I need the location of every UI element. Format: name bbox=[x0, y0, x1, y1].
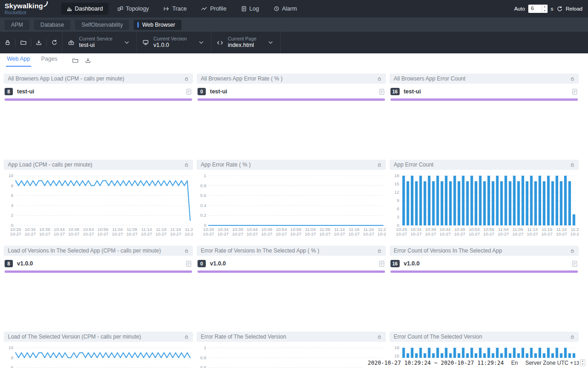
card-title: Load of Versions In The Selected App (CP… bbox=[8, 247, 184, 254]
code-icon bbox=[217, 40, 223, 46]
toolbar-refresh-button[interactable] bbox=[47, 40, 62, 46]
edit-slot-icon[interactable] bbox=[186, 260, 192, 267]
interval-spinner[interactable]: ▲▼ bbox=[542, 5, 548, 13]
monitor-icon bbox=[142, 40, 149, 46]
svg-text:8: 8 bbox=[11, 355, 13, 360]
chevron-down-icon bbox=[124, 40, 129, 45]
chevron-down-icon bbox=[268, 40, 273, 45]
nav-item-dashboard[interactable]: Dashboard bbox=[61, 3, 108, 15]
svg-text:10-27: 10-27 bbox=[571, 231, 579, 236]
card-title: Error Rate of Versions In The Selected A… bbox=[201, 247, 377, 254]
nav-item-trace[interactable]: Trace bbox=[158, 3, 192, 15]
svg-text:10-27: 10-27 bbox=[126, 231, 137, 236]
lock-panel-icon[interactable] bbox=[184, 162, 189, 167]
tab-web-app[interactable]: Web App bbox=[6, 56, 31, 67]
card-5: App Error Count 036912151810:2910-2710:3… bbox=[390, 160, 579, 242]
card-0: All Browsers App Load (CPM - calls per m… bbox=[4, 74, 193, 156]
nav-item-alarm[interactable]: Alarm bbox=[268, 3, 303, 15]
svg-text:10-27: 10-27 bbox=[498, 231, 509, 236]
toolbar-lock-button[interactable] bbox=[0, 40, 15, 46]
group-tab-selfobservability[interactable]: SelfObservability bbox=[75, 20, 129, 30]
slot-label: v1.0.0 bbox=[210, 260, 379, 267]
svg-text:10-27: 10-27 bbox=[156, 231, 167, 236]
card-4: App Error Rate ( % ) 00.20.40.60.8110:29… bbox=[197, 160, 386, 242]
nav-item-profile[interactable]: Profile bbox=[196, 3, 232, 15]
top-navbar: Skywalking Rocketbot Dashboard Topology … bbox=[0, 0, 588, 17]
slot-row: 8 test-ui bbox=[5, 88, 192, 95]
svg-text:10: 10 bbox=[8, 173, 13, 178]
nav-item-log[interactable]: Log bbox=[236, 3, 265, 15]
card-title: App Load (CPM - calls per minute) bbox=[8, 161, 184, 168]
reload-icon[interactable] bbox=[557, 6, 563, 12]
tab-tools bbox=[72, 58, 91, 63]
svg-text:10-27: 10-27 bbox=[54, 231, 65, 236]
card-1: All Browsers App Error Rate ( % ) 0 test… bbox=[197, 74, 386, 156]
edit-slot-icon[interactable] bbox=[379, 88, 385, 95]
lock-panel-icon[interactable] bbox=[184, 334, 189, 339]
lock-panel-icon[interactable] bbox=[377, 334, 382, 339]
dashboard-icon bbox=[67, 6, 72, 12]
tab-import-button[interactable] bbox=[85, 58, 91, 63]
svg-text:10-27: 10-27 bbox=[334, 231, 345, 236]
edit-slot-icon[interactable] bbox=[186, 88, 192, 95]
group-tab-apm[interactable]: APM bbox=[5, 20, 29, 30]
lock-panel-icon[interactable] bbox=[184, 248, 189, 253]
svg-text:10-27: 10-27 bbox=[512, 231, 523, 236]
svg-text:12: 12 bbox=[394, 190, 399, 195]
edit-slot-icon[interactable] bbox=[571, 260, 578, 267]
svg-text:10-27: 10-27 bbox=[440, 231, 451, 236]
lock-panel-icon[interactable] bbox=[377, 162, 382, 167]
card-title: App Error Rate ( % ) bbox=[201, 161, 377, 168]
lock-panel-icon[interactable] bbox=[570, 248, 575, 253]
active-tab-marker bbox=[137, 22, 139, 28]
svg-text:10-27: 10-27 bbox=[97, 231, 108, 236]
selector-current-version[interactable]: Current Version v1.0.0 bbox=[137, 32, 211, 53]
reload-button[interactable]: Reload bbox=[566, 6, 582, 12]
selector-current-page[interactable]: Current Page index.html bbox=[211, 32, 281, 53]
zone-spinner[interactable]: ▲▼ bbox=[580, 359, 585, 366]
app-logo[interactable]: Skywalking Rocketbot bbox=[5, 2, 48, 15]
tab-pages[interactable]: Pages bbox=[40, 56, 58, 67]
tab-folder-button[interactable] bbox=[72, 58, 79, 63]
svg-text:10-27: 10-27 bbox=[261, 231, 272, 236]
svg-text:6: 6 bbox=[11, 193, 13, 198]
svg-text:10-27: 10-27 bbox=[454, 231, 465, 236]
lock-panel-icon[interactable] bbox=[377, 248, 382, 253]
nav-item-topology[interactable]: Topology bbox=[112, 3, 154, 15]
lock-panel-icon[interactable] bbox=[377, 76, 382, 81]
topology-icon bbox=[118, 6, 123, 12]
toolbar-import-button[interactable] bbox=[31, 40, 46, 46]
card-3: App Load (CPM - calls per minute) 024681… bbox=[4, 160, 193, 242]
time-range-picker[interactable]: 2020-10-27 10:29:24 ~ 2020-10-27 11:29:2… bbox=[368, 360, 503, 366]
edit-slot-icon[interactable] bbox=[379, 260, 385, 267]
selector-current-service[interactable]: Current Service test-ui bbox=[62, 32, 137, 53]
lock-panel-icon[interactable] bbox=[184, 76, 189, 81]
card-header: Error Count of The Selected Version bbox=[390, 332, 579, 342]
slot-row: 8 v1.0.0 bbox=[5, 260, 192, 267]
dashboard-content: All Browsers App Load (CPM - calls per m… bbox=[0, 67, 588, 368]
svg-text:10-27: 10-27 bbox=[469, 231, 480, 236]
auto-interval-input[interactable]: 6 ▲▼ bbox=[528, 5, 548, 13]
language-selector[interactable]: En bbox=[511, 360, 518, 366]
chart-canvas: 00.20.40.60.8110:2910-2710:3410-2710:391… bbox=[197, 171, 386, 240]
server-zone-control[interactable]: Server Zone UTC +13 ▲▼ bbox=[525, 359, 585, 366]
edit-slot-icon[interactable] bbox=[571, 88, 578, 95]
slot-progress-bar bbox=[390, 270, 578, 273]
svg-text:0.8: 0.8 bbox=[200, 183, 206, 188]
svg-text:10-27: 10-27 bbox=[527, 231, 538, 236]
main-nav: Dashboard Topology Trace Profile Log Ala… bbox=[61, 3, 303, 15]
card-header: Error Rate of The Selected Version bbox=[197, 332, 386, 342]
group-tab-database[interactable]: Database bbox=[34, 20, 70, 30]
toolbar-folder-button[interactable] bbox=[16, 40, 31, 46]
card-header: Load of The Selected Version (CPM - call… bbox=[4, 332, 193, 342]
lock-panel-icon[interactable] bbox=[570, 76, 575, 81]
svg-text:10-27: 10-27 bbox=[483, 231, 494, 236]
svg-text:2: 2 bbox=[11, 213, 13, 218]
slot-progress-bar bbox=[198, 98, 385, 101]
card-7: Error Rate of Versions In The Selected A… bbox=[197, 246, 386, 328]
card-title: Error Count of Versions In The Selected … bbox=[394, 247, 570, 254]
card-9: Load of The Selected Version (CPM - call… bbox=[4, 332, 193, 368]
lock-panel-icon[interactable] bbox=[570, 334, 575, 339]
lock-panel-icon[interactable] bbox=[570, 162, 575, 167]
group-tab-web-browser[interactable]: Web Browser bbox=[134, 20, 181, 30]
